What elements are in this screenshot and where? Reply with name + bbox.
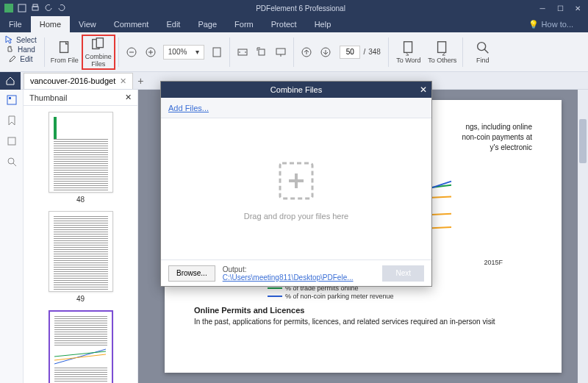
document-tab-label: vancouver-2016-budget	[30, 76, 115, 85]
thumbnail-title: Thumbnail	[29, 93, 67, 102]
menu-view[interactable]: View	[70, 16, 105, 32]
svg-line-29	[54, 354, 106, 360]
vertical-scrollbar[interactable]	[578, 90, 588, 383]
select-tool[interactable]: Select	[4, 35, 37, 44]
svg-rect-25	[8, 137, 15, 145]
svg-rect-2	[32, 7, 38, 10]
legend-swatch	[268, 287, 282, 289]
legend-label: % of non-coin parking meter revenue	[285, 293, 394, 300]
page-sep: /	[363, 48, 365, 56]
hand-tool[interactable]: Hand	[6, 45, 35, 54]
menu-comment[interactable]: Comment	[105, 16, 158, 32]
new-tab-button[interactable]: +	[137, 75, 143, 87]
legend-swatch	[268, 296, 282, 297]
add-files-link[interactable]: Add Files...	[168, 104, 209, 112]
svg-rect-1	[18, 4, 26, 12]
rotate-button[interactable]	[253, 43, 270, 61]
find-button[interactable]: Find	[466, 35, 500, 70]
dialog-close-button[interactable]: ✕	[420, 85, 427, 95]
save-icon[interactable]	[18, 4, 26, 12]
section-title: Online Permits and Licences	[194, 306, 532, 315]
thumbnail-panel: Thumbnail ✕ 48 49 50	[24, 90, 138, 383]
thumbnail-label: 48	[76, 196, 85, 204]
document-tab[interactable]: vancouver-2016-budget ✕	[24, 73, 133, 89]
svg-line-27	[13, 163, 16, 166]
hand-tool-label: Hand	[18, 46, 35, 54]
svg-point-26	[8, 158, 14, 164]
app-title: PDFelement 6 Professional	[66, 4, 535, 12]
svg-rect-15	[276, 49, 285, 54]
to-others-label: To Others	[428, 57, 456, 65]
from-file-label: From File	[51, 57, 79, 65]
thumbnail-50[interactable]: 50	[49, 310, 113, 383]
find-label: Find	[476, 57, 490, 65]
zoom-value: 100%	[164, 48, 192, 56]
menu-form[interactable]: Form	[226, 16, 262, 32]
thumbnail-48[interactable]: 48	[49, 112, 113, 204]
dialog-title: Combine Files	[270, 85, 322, 94]
to-others-button[interactable]: To Others	[426, 35, 459, 70]
minimize-button[interactable]: ─	[535, 3, 550, 13]
svg-rect-12	[213, 48, 220, 57]
svg-rect-14	[259, 49, 265, 55]
from-file-button[interactable]: From File	[48, 35, 82, 70]
chevron-down-icon: ▾	[191, 48, 204, 56]
thumbnail-49[interactable]: 49	[49, 211, 113, 303]
home-tab-button[interactable]	[0, 72, 21, 90]
output-field: Output: C:\Users\meeting811\Desktop\PDFe…	[223, 265, 376, 282]
to-word-label: To Word	[396, 57, 420, 65]
edit-tool-label: Edit	[20, 55, 32, 63]
zoom-out-button[interactable]	[123, 43, 140, 61]
to-word-button[interactable]: To Word	[392, 35, 426, 70]
prev-page-button[interactable]	[298, 43, 315, 61]
titlebar: PDFelement 6 Professional ─ ☐ ✕	[0, 0, 588, 16]
svg-line-28	[54, 349, 106, 364]
dialog-titlebar: Combine Files ✕	[161, 82, 431, 98]
search-icon[interactable]	[6, 156, 18, 168]
scrollbar-thumb[interactable]	[579, 119, 587, 163]
print-icon[interactable]	[31, 4, 40, 12]
menu-edit[interactable]: Edit	[157, 16, 189, 32]
maximize-button[interactable]: ☐	[553, 3, 567, 13]
undo-icon[interactable]	[44, 4, 53, 12]
tab-close-icon[interactable]: ✕	[120, 76, 126, 86]
menu-page[interactable]: Page	[189, 16, 226, 32]
sidebar	[0, 90, 24, 383]
menu-protect[interactable]: Protect	[262, 16, 306, 32]
browse-button[interactable]: Browse...	[168, 265, 215, 282]
svg-rect-20	[437, 41, 445, 52]
svg-rect-0	[4, 4, 13, 12]
redo-icon[interactable]	[57, 4, 66, 12]
edit-tool[interactable]: Edit	[8, 54, 32, 63]
output-path-link[interactable]: C:\Users\meeting811\Desktop\PDFele...	[223, 273, 354, 282]
ribbon: Select Hand Edit From File Combine Files…	[0, 32, 588, 72]
menu-home[interactable]: Home	[31, 16, 70, 32]
presentation-button[interactable]	[272, 43, 290, 61]
svg-line-30	[54, 351, 106, 357]
page-nav: / 348	[340, 46, 380, 59]
close-button[interactable]: ✕	[570, 3, 585, 13]
page-total: 348	[368, 48, 381, 56]
fit-width-button[interactable]	[234, 43, 251, 61]
menu-help[interactable]: Help	[306, 16, 340, 32]
thumbnail-close-icon[interactable]: ✕	[125, 93, 132, 102]
next-page-button[interactable]	[317, 43, 334, 61]
thumbnails-icon[interactable]	[6, 94, 18, 106]
fit-page-button[interactable]	[208, 43, 226, 61]
select-tool-label: Select	[16, 36, 37, 44]
drop-zone[interactable]: Drag and drop your files here	[161, 118, 431, 259]
next-button[interactable]: Next	[382, 265, 424, 282]
menu-file[interactable]: File	[0, 16, 31, 32]
combine-files-button[interactable]: Combine Files	[82, 35, 115, 70]
how-to-link[interactable]: 💡 How to...	[528, 20, 573, 29]
bookmarks-icon[interactable]	[6, 115, 18, 126]
menubar: File Home View Comment Edit Page Form Pr…	[0, 16, 588, 32]
section-body: In the past, applications for permits, l…	[194, 318, 532, 326]
attachments-icon[interactable]	[6, 135, 18, 147]
drop-text: Drag and drop your files here	[244, 212, 348, 221]
chart-year-label: 2015F	[484, 259, 503, 266]
svg-rect-3	[33, 4, 37, 7]
zoom-in-button[interactable]	[142, 43, 159, 61]
page-current-input[interactable]	[340, 46, 360, 59]
zoom-level[interactable]: 100%▾	[163, 45, 205, 60]
